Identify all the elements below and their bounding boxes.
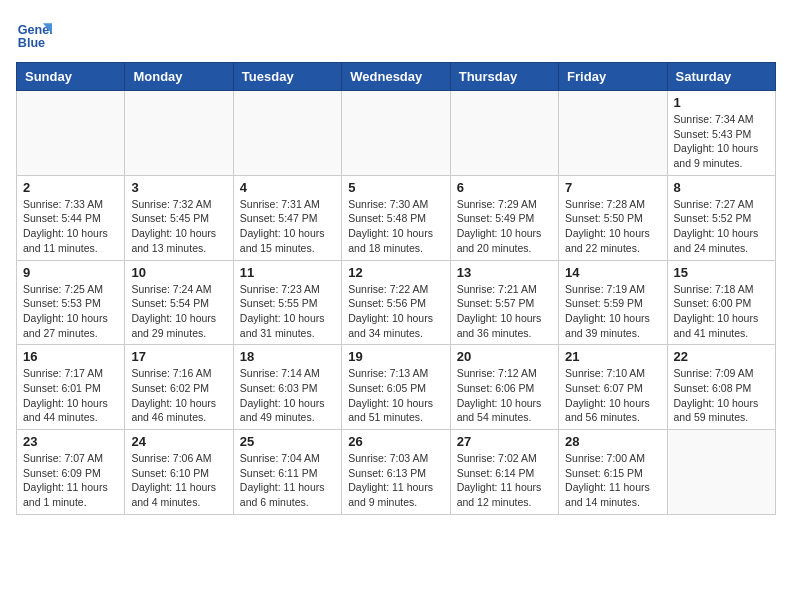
day-info: Sunrise: 7:17 AM Sunset: 6:01 PM Dayligh… — [23, 366, 118, 425]
day-info: Sunrise: 7:23 AM Sunset: 5:55 PM Dayligh… — [240, 282, 335, 341]
day-number: 17 — [131, 349, 226, 364]
calendar-cell: 4Sunrise: 7:31 AM Sunset: 5:47 PM Daylig… — [233, 175, 341, 260]
day-number: 7 — [565, 180, 660, 195]
calendar-week-row: 23Sunrise: 7:07 AM Sunset: 6:09 PM Dayli… — [17, 430, 776, 515]
calendar-cell: 23Sunrise: 7:07 AM Sunset: 6:09 PM Dayli… — [17, 430, 125, 515]
calendar-week-row: 2Sunrise: 7:33 AM Sunset: 5:44 PM Daylig… — [17, 175, 776, 260]
day-info: Sunrise: 7:30 AM Sunset: 5:48 PM Dayligh… — [348, 197, 443, 256]
day-number: 21 — [565, 349, 660, 364]
day-info: Sunrise: 7:25 AM Sunset: 5:53 PM Dayligh… — [23, 282, 118, 341]
calendar-week-row: 16Sunrise: 7:17 AM Sunset: 6:01 PM Dayli… — [17, 345, 776, 430]
day-number: 4 — [240, 180, 335, 195]
day-info: Sunrise: 7:07 AM Sunset: 6:09 PM Dayligh… — [23, 451, 118, 510]
day-number: 14 — [565, 265, 660, 280]
day-number: 23 — [23, 434, 118, 449]
column-header-tuesday: Tuesday — [233, 63, 341, 91]
calendar-cell: 18Sunrise: 7:14 AM Sunset: 6:03 PM Dayli… — [233, 345, 341, 430]
day-info: Sunrise: 7:03 AM Sunset: 6:13 PM Dayligh… — [348, 451, 443, 510]
calendar-cell: 10Sunrise: 7:24 AM Sunset: 5:54 PM Dayli… — [125, 260, 233, 345]
day-info: Sunrise: 7:32 AM Sunset: 5:45 PM Dayligh… — [131, 197, 226, 256]
day-number: 20 — [457, 349, 552, 364]
logo-icon: General Blue — [16, 16, 52, 52]
column-header-sunday: Sunday — [17, 63, 125, 91]
day-number: 8 — [674, 180, 769, 195]
calendar-cell: 26Sunrise: 7:03 AM Sunset: 6:13 PM Dayli… — [342, 430, 450, 515]
calendar-cell: 15Sunrise: 7:18 AM Sunset: 6:00 PM Dayli… — [667, 260, 775, 345]
calendar-cell: 21Sunrise: 7:10 AM Sunset: 6:07 PM Dayli… — [559, 345, 667, 430]
day-number: 24 — [131, 434, 226, 449]
day-number: 5 — [348, 180, 443, 195]
calendar-cell: 28Sunrise: 7:00 AM Sunset: 6:15 PM Dayli… — [559, 430, 667, 515]
day-number: 10 — [131, 265, 226, 280]
day-info: Sunrise: 7:27 AM Sunset: 5:52 PM Dayligh… — [674, 197, 769, 256]
day-number: 13 — [457, 265, 552, 280]
calendar-cell: 22Sunrise: 7:09 AM Sunset: 6:08 PM Dayli… — [667, 345, 775, 430]
calendar-cell: 16Sunrise: 7:17 AM Sunset: 6:01 PM Dayli… — [17, 345, 125, 430]
day-info: Sunrise: 7:22 AM Sunset: 5:56 PM Dayligh… — [348, 282, 443, 341]
day-info: Sunrise: 7:16 AM Sunset: 6:02 PM Dayligh… — [131, 366, 226, 425]
day-number: 25 — [240, 434, 335, 449]
calendar-cell: 5Sunrise: 7:30 AM Sunset: 5:48 PM Daylig… — [342, 175, 450, 260]
calendar-cell: 27Sunrise: 7:02 AM Sunset: 6:14 PM Dayli… — [450, 430, 558, 515]
day-info: Sunrise: 7:33 AM Sunset: 5:44 PM Dayligh… — [23, 197, 118, 256]
calendar-cell: 24Sunrise: 7:06 AM Sunset: 6:10 PM Dayli… — [125, 430, 233, 515]
day-number: 9 — [23, 265, 118, 280]
calendar-cell: 12Sunrise: 7:22 AM Sunset: 5:56 PM Dayli… — [342, 260, 450, 345]
calendar-week-row: 1Sunrise: 7:34 AM Sunset: 5:43 PM Daylig… — [17, 91, 776, 176]
day-number: 6 — [457, 180, 552, 195]
day-info: Sunrise: 7:12 AM Sunset: 6:06 PM Dayligh… — [457, 366, 552, 425]
calendar-cell — [17, 91, 125, 176]
column-header-wednesday: Wednesday — [342, 63, 450, 91]
calendar-cell — [233, 91, 341, 176]
day-number: 26 — [348, 434, 443, 449]
day-info: Sunrise: 7:00 AM Sunset: 6:15 PM Dayligh… — [565, 451, 660, 510]
calendar-cell — [559, 91, 667, 176]
page-header: General Blue — [16, 16, 776, 52]
column-header-friday: Friday — [559, 63, 667, 91]
day-number: 11 — [240, 265, 335, 280]
calendar-cell: 19Sunrise: 7:13 AM Sunset: 6:05 PM Dayli… — [342, 345, 450, 430]
day-info: Sunrise: 7:18 AM Sunset: 6:00 PM Dayligh… — [674, 282, 769, 341]
day-number: 28 — [565, 434, 660, 449]
day-info: Sunrise: 7:34 AM Sunset: 5:43 PM Dayligh… — [674, 112, 769, 171]
day-number: 12 — [348, 265, 443, 280]
day-info: Sunrise: 7:28 AM Sunset: 5:50 PM Dayligh… — [565, 197, 660, 256]
day-number: 27 — [457, 434, 552, 449]
day-number: 2 — [23, 180, 118, 195]
day-info: Sunrise: 7:29 AM Sunset: 5:49 PM Dayligh… — [457, 197, 552, 256]
svg-text:Blue: Blue — [18, 36, 45, 50]
calendar-cell: 6Sunrise: 7:29 AM Sunset: 5:49 PM Daylig… — [450, 175, 558, 260]
calendar-week-row: 9Sunrise: 7:25 AM Sunset: 5:53 PM Daylig… — [17, 260, 776, 345]
day-info: Sunrise: 7:06 AM Sunset: 6:10 PM Dayligh… — [131, 451, 226, 510]
calendar-cell: 17Sunrise: 7:16 AM Sunset: 6:02 PM Dayli… — [125, 345, 233, 430]
day-info: Sunrise: 7:10 AM Sunset: 6:07 PM Dayligh… — [565, 366, 660, 425]
calendar-header-row: SundayMondayTuesdayWednesdayThursdayFrid… — [17, 63, 776, 91]
column-header-thursday: Thursday — [450, 63, 558, 91]
day-number: 16 — [23, 349, 118, 364]
column-header-saturday: Saturday — [667, 63, 775, 91]
calendar-cell — [125, 91, 233, 176]
day-number: 18 — [240, 349, 335, 364]
calendar-cell: 25Sunrise: 7:04 AM Sunset: 6:11 PM Dayli… — [233, 430, 341, 515]
day-info: Sunrise: 7:13 AM Sunset: 6:05 PM Dayligh… — [348, 366, 443, 425]
day-info: Sunrise: 7:21 AM Sunset: 5:57 PM Dayligh… — [457, 282, 552, 341]
logo: General Blue — [16, 16, 56, 52]
calendar-table: SundayMondayTuesdayWednesdayThursdayFrid… — [16, 62, 776, 515]
day-info: Sunrise: 7:02 AM Sunset: 6:14 PM Dayligh… — [457, 451, 552, 510]
calendar-cell: 2Sunrise: 7:33 AM Sunset: 5:44 PM Daylig… — [17, 175, 125, 260]
calendar-cell: 11Sunrise: 7:23 AM Sunset: 5:55 PM Dayli… — [233, 260, 341, 345]
day-info: Sunrise: 7:31 AM Sunset: 5:47 PM Dayligh… — [240, 197, 335, 256]
calendar-cell: 20Sunrise: 7:12 AM Sunset: 6:06 PM Dayli… — [450, 345, 558, 430]
day-info: Sunrise: 7:19 AM Sunset: 5:59 PM Dayligh… — [565, 282, 660, 341]
calendar-cell: 14Sunrise: 7:19 AM Sunset: 5:59 PM Dayli… — [559, 260, 667, 345]
calendar-cell — [667, 430, 775, 515]
calendar-cell: 9Sunrise: 7:25 AM Sunset: 5:53 PM Daylig… — [17, 260, 125, 345]
calendar-cell — [342, 91, 450, 176]
calendar-cell: 3Sunrise: 7:32 AM Sunset: 5:45 PM Daylig… — [125, 175, 233, 260]
calendar-cell — [450, 91, 558, 176]
calendar-cell: 8Sunrise: 7:27 AM Sunset: 5:52 PM Daylig… — [667, 175, 775, 260]
day-number: 15 — [674, 265, 769, 280]
day-number: 1 — [674, 95, 769, 110]
day-number: 22 — [674, 349, 769, 364]
day-info: Sunrise: 7:09 AM Sunset: 6:08 PM Dayligh… — [674, 366, 769, 425]
